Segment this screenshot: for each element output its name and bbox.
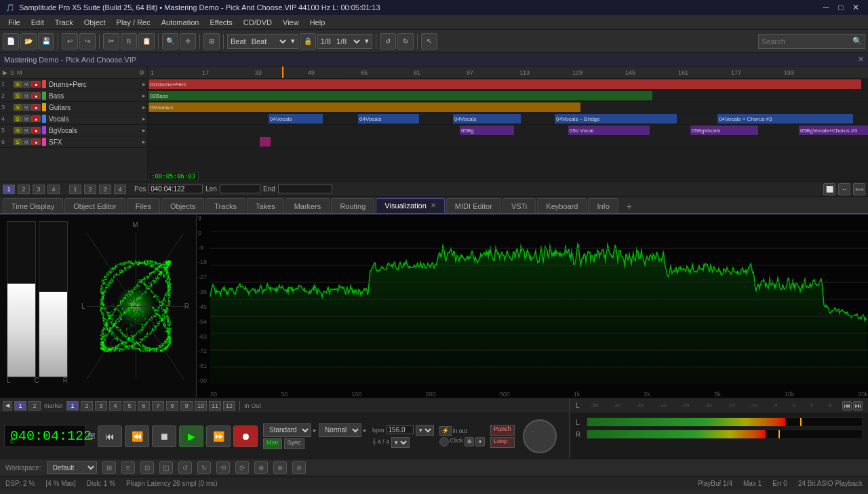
track2-mute[interactable]: M xyxy=(22,92,31,99)
normal-select[interactable]: NormalLoopPunch xyxy=(319,423,361,437)
marker-num-2[interactable]: 2 xyxy=(81,401,93,411)
mon-button[interactable]: Mon xyxy=(263,438,282,449)
track2-record[interactable]: ● xyxy=(31,92,41,99)
zoom-fit-button[interactable]: ⬜ xyxy=(823,183,835,195)
tab-midi-editor[interactable]: MIDI Editor xyxy=(446,198,501,213)
clip-bgvocals-chorus[interactable]: 05BgVocals+Chorus #3 xyxy=(799,126,868,135)
ws-icon6[interactable]: ↻ xyxy=(197,461,211,474)
ws-icon7[interactable]: ⟲ xyxy=(216,461,230,474)
tab-object-editor[interactable]: Object Editor xyxy=(64,198,125,213)
rewind-button[interactable]: ⏪ xyxy=(125,425,149,447)
add-tab-button[interactable]: + xyxy=(623,200,636,213)
zoom-all-button[interactable]: ⟺ xyxy=(853,183,865,195)
clip-drums[interactable]: 01Drums+Perc xyxy=(149,79,861,89)
track4-solo[interactable]: S xyxy=(14,115,22,122)
tab-files[interactable]: Files xyxy=(127,198,160,213)
sync-green-button[interactable]: ⚡ xyxy=(439,426,452,436)
marker-num-7[interactable]: 7 xyxy=(152,401,164,411)
minimize-button[interactable]: ─ xyxy=(819,2,833,13)
cursor-button[interactable]: ↖ xyxy=(421,33,437,50)
beat-select[interactable]: BeatBarSample xyxy=(249,37,288,46)
rewind-to-start-button[interactable]: ⏮ xyxy=(98,425,122,447)
track5-record[interactable]: ● xyxy=(31,127,41,134)
tab-vsti[interactable]: VSTi xyxy=(502,198,536,213)
marker-num-11[interactable]: 11 xyxy=(209,401,221,411)
menu-cddvd[interactable]: CD/DVD xyxy=(238,17,277,28)
clip-bgvocals-3[interactable]: 05BgVocals xyxy=(690,126,758,135)
clip-bass[interactable]: 02Bass xyxy=(149,91,652,100)
ws-icon10[interactable]: ⊗ xyxy=(273,461,287,474)
track3-mute[interactable]: M xyxy=(22,104,31,111)
tab-info[interactable]: Info xyxy=(588,198,618,213)
transport-2[interactable]: 2 xyxy=(28,401,41,411)
sync-button[interactable]: Sync xyxy=(284,438,304,449)
marker-num-3[interactable]: 3 xyxy=(95,401,107,411)
track1-mute[interactable]: M xyxy=(22,81,31,88)
search-icon[interactable]: 🔍 xyxy=(852,37,862,45)
track6-mute[interactable]: M xyxy=(22,138,31,145)
loop-1[interactable]: 1 xyxy=(69,185,81,194)
pos-input[interactable] xyxy=(149,185,203,193)
track4-record[interactable]: ● xyxy=(31,115,41,122)
track5-expand[interactable]: ▸ xyxy=(142,127,146,134)
window-controls[interactable]: ─ □ ✕ xyxy=(819,2,863,13)
menu-object[interactable]: Object xyxy=(79,17,111,28)
marker-num-12[interactable]: 12 xyxy=(223,401,235,411)
clip-guitars[interactable]: 03Guitars xyxy=(149,102,580,112)
ws-icon4[interactable]: ◫ xyxy=(159,461,173,474)
play-button[interactable]: ▶ xyxy=(179,425,203,447)
loop-4[interactable]: 4 xyxy=(114,185,126,194)
transport-1[interactable]: 1 xyxy=(14,401,26,411)
tab-routing[interactable]: Routing xyxy=(331,198,374,213)
loop-button[interactable]: Loop xyxy=(490,437,515,448)
midi-circle1[interactable] xyxy=(439,437,449,446)
timesig-dropdown[interactable]: ▾ xyxy=(391,437,410,448)
transport-collapse[interactable]: ◀ xyxy=(3,401,12,411)
track4-mute[interactable]: M xyxy=(22,115,31,122)
track1-expand[interactable]: ▸ xyxy=(142,81,146,88)
search-input[interactable] xyxy=(762,37,850,45)
tab-tracks[interactable]: Tracks xyxy=(205,198,245,213)
snap-select[interactable]: 1/81/41/16 xyxy=(334,37,362,46)
track2-expand[interactable]: ▸ xyxy=(142,92,146,99)
beat-dropdown[interactable]: Beat BeatBarSample ▾ xyxy=(227,34,298,49)
meter-rewind[interactable]: ⏮ xyxy=(842,401,852,411)
tab-takes[interactable]: Takes xyxy=(247,198,284,213)
len-input[interactable] xyxy=(220,185,260,193)
track3-record[interactable]: ● xyxy=(31,104,41,111)
track3-expand[interactable]: ▸ xyxy=(142,104,146,111)
zoom-in-button[interactable]: 🔍 xyxy=(162,33,178,50)
track3-solo[interactable]: S xyxy=(14,104,22,111)
tab-time-display[interactable]: Time Display xyxy=(3,198,63,213)
open-button[interactable]: 📂 xyxy=(20,33,37,50)
metronome-knob[interactable] xyxy=(523,419,557,453)
clip-bgvocals-2[interactable]: 05o Vocal xyxy=(568,126,650,135)
tab-visualization-close[interactable]: ✕ xyxy=(431,202,436,209)
bpm-dropdown[interactable]: ▾ xyxy=(416,425,434,436)
bpm-input[interactable] xyxy=(387,425,414,434)
loop-3[interactable]: 3 xyxy=(99,185,111,194)
menu-track[interactable]: Track xyxy=(50,17,79,28)
track2-solo[interactable]: S xyxy=(14,92,22,99)
stop-button[interactable]: ⏹ xyxy=(152,425,176,447)
project-close-button[interactable]: ✕ xyxy=(858,55,864,64)
menu-automation[interactable]: Automation xyxy=(156,17,205,28)
search-box[interactable]: 🔍 xyxy=(758,34,865,49)
track6-solo[interactable]: S xyxy=(14,138,22,145)
record-button[interactable]: ⏺ xyxy=(233,425,258,447)
tab-objects[interactable]: Objects xyxy=(161,198,204,213)
clip-vocals-chorus[interactable]: 04Vocals + Chorus #3 xyxy=(717,114,853,124)
track1-record[interactable]: ● xyxy=(31,81,41,88)
track4-expand[interactable]: ▸ xyxy=(142,115,146,122)
ws-icon9[interactable]: ⊕ xyxy=(254,461,268,474)
clip-vocals-1[interactable]: 04Vocals xyxy=(269,114,323,124)
tracks-collapse[interactable]: ▶ xyxy=(3,69,7,76)
loop-2[interactable]: 2 xyxy=(84,185,96,194)
menu-help[interactable]: Help xyxy=(304,17,331,28)
undo2-button[interactable]: ↺ xyxy=(380,33,396,50)
clip-sfx-1[interactable] xyxy=(260,137,271,147)
marker-1[interactable]: 1 xyxy=(3,185,15,194)
ws-icon8[interactable]: ⟳ xyxy=(235,461,249,474)
marker-num-5[interactable]: 5 xyxy=(123,401,136,411)
track6-expand[interactable]: ▸ xyxy=(142,138,146,145)
